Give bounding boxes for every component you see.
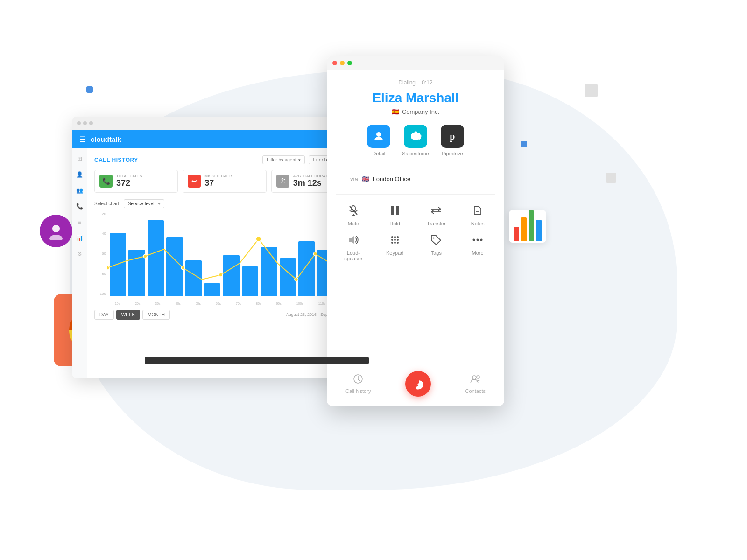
mute-icon xyxy=(349,204,358,217)
x-label-80s: 80s xyxy=(256,302,261,305)
pipedrive-icon: p xyxy=(441,125,464,148)
integration-salesforce[interactable]: Salcesforce xyxy=(402,125,429,156)
loudspeaker-label: Loud- speaker xyxy=(344,250,362,261)
via-flag: 🇬🇧 xyxy=(362,175,369,182)
stat-total-calls: 📞 TOTAL CALLS 372 xyxy=(94,170,178,193)
control-more[interactable]: More xyxy=(460,233,495,261)
nav-contacts[interactable]: Contacts xyxy=(465,374,486,394)
integration-detail[interactable]: Detail xyxy=(367,125,390,156)
control-loudspeaker[interactable]: Loud- speaker xyxy=(336,233,371,261)
x-label-60s: 60s xyxy=(216,302,221,305)
svg-point-7 xyxy=(181,266,185,270)
total-calls-label: TOTAL CALLS xyxy=(116,174,173,178)
sidebar-icon-settings[interactable]: ⚙ xyxy=(76,251,84,258)
sidebar: ⊞ 👤 👥 📞 ≡ 📊 ⚙ xyxy=(72,148,87,378)
y-label-20: 20 xyxy=(94,212,106,216)
divider-1 xyxy=(336,166,495,166)
chart-controls: Select chart Service level Call volume xyxy=(94,199,355,208)
svg-point-29 xyxy=(394,239,396,241)
via-office: London Office xyxy=(373,175,411,182)
titlebar-dot-1 xyxy=(77,121,81,125)
deco-gray-square-2 xyxy=(606,173,616,183)
hamburger-icon[interactable]: ☰ xyxy=(79,135,86,144)
control-notes[interactable]: Notes xyxy=(460,204,495,226)
svg-point-33 xyxy=(397,242,399,244)
total-calls-value: 372 xyxy=(116,178,173,189)
control-keypad[interactable]: Keypad xyxy=(378,233,412,261)
avatar xyxy=(40,215,72,247)
filter-by-agent[interactable]: Filter by agent xyxy=(262,155,304,164)
svg-marker-24 xyxy=(349,236,354,244)
missed-calls-label: MISSED CALLS xyxy=(204,174,261,178)
svg-point-31 xyxy=(391,242,393,244)
end-call-button[interactable] xyxy=(405,371,431,397)
call-controls: Mute Hold xyxy=(336,204,495,261)
time-btn-day[interactable]: DAY xyxy=(94,310,114,320)
x-label-20s: 20s xyxy=(135,302,140,305)
svg-point-27 xyxy=(397,236,399,238)
chart-y-axis: 100 80 60 40 20 xyxy=(94,212,106,305)
keypad-icon xyxy=(390,233,400,246)
svg-point-34 xyxy=(433,238,435,239)
notes-icon xyxy=(473,204,482,217)
svg-point-36 xyxy=(477,239,479,241)
time-btn-week[interactable]: WEEK xyxy=(116,310,140,320)
scroll-decoration xyxy=(145,357,369,364)
x-label-40s: 40s xyxy=(176,302,181,305)
mini-bar-4 xyxy=(536,220,542,241)
avg-duration-icon: ⏱ xyxy=(276,175,289,188)
detail-icon xyxy=(367,125,390,148)
sidebar-icon-people[interactable]: 👥 xyxy=(76,187,84,195)
sidebar-icon-stats[interactable]: 📊 xyxy=(76,235,84,242)
svg-rect-18 xyxy=(391,206,394,215)
phone-body: Dialing... 0:12 Eliza Marshall 🇪🇸 Compan… xyxy=(327,70,504,406)
time-btn-month[interactable]: MONTH xyxy=(142,310,170,320)
call-history-nav-icon xyxy=(353,374,363,386)
svg-point-10 xyxy=(295,278,298,281)
svg-rect-19 xyxy=(396,206,399,215)
contacts-nav-icon xyxy=(470,374,480,386)
sidebar-icon-list[interactable]: ≡ xyxy=(76,219,84,226)
y-label-60: 60 xyxy=(94,252,106,256)
time-buttons: DAY WEEK MONTH xyxy=(94,310,170,320)
control-transfer[interactable]: Transfer xyxy=(419,204,454,226)
x-label-30s: 30s xyxy=(155,302,160,305)
phone-dot-yellow xyxy=(340,61,345,65)
pipedrive-label: Pipedrive xyxy=(442,151,463,156)
via-row: via 🇬🇧 London Office xyxy=(336,175,495,182)
tags-icon xyxy=(431,233,441,246)
y-label-100: 100 xyxy=(94,292,106,296)
titlebar-dot-3 xyxy=(89,121,93,125)
y-label-80: 80 xyxy=(94,272,106,276)
control-mute[interactable]: Mute xyxy=(336,204,371,226)
x-label-70s: 70s xyxy=(236,302,241,305)
svg-point-13 xyxy=(376,132,381,137)
svg-point-28 xyxy=(391,239,393,241)
missed-calls-icon: ↩ xyxy=(188,175,201,188)
svg-point-37 xyxy=(480,239,483,241)
nav-call-history[interactable]: Call history xyxy=(345,374,371,394)
svg-point-8 xyxy=(219,273,223,277)
transfer-label: Transfer xyxy=(427,221,446,226)
svg-point-35 xyxy=(473,239,475,241)
keypad-label: Keypad xyxy=(386,250,403,256)
tags-label: Tags xyxy=(431,250,442,256)
chart-area: 100 80 60 40 20 xyxy=(94,212,355,305)
chart-x-axis: 10s 20s 30s 40s 50s 60s 70s 80s 90s 100s… xyxy=(107,302,355,305)
transfer-icon xyxy=(431,204,441,217)
control-hold[interactable]: Hold xyxy=(378,204,412,226)
integration-pipedrive[interactable]: p Pipedrive xyxy=(441,125,464,156)
deco-blue-square-1 xyxy=(86,86,93,93)
chart-type-select[interactable]: Service level Call volume xyxy=(124,199,164,208)
company-row: 🇪🇸 Company Inc. xyxy=(392,108,439,115)
control-tags[interactable]: Tags xyxy=(419,233,454,261)
loudspeaker-icon xyxy=(348,233,359,246)
detail-label: Detail xyxy=(372,151,385,156)
sidebar-icon-person[interactable]: 👤 xyxy=(76,171,84,179)
more-label: More xyxy=(472,250,484,256)
page-title: CALL HISTORY xyxy=(94,157,138,163)
x-label-110s: 110s xyxy=(318,302,325,305)
deco-blue-square-4 xyxy=(521,141,527,147)
sidebar-icon-phone[interactable]: 📞 xyxy=(76,203,84,210)
sidebar-icon-grid[interactable]: ⊞ xyxy=(76,155,84,163)
